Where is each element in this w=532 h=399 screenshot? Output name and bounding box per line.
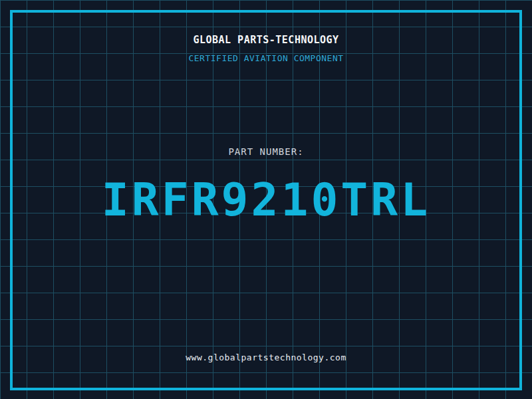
company-name: GLOBAL PARTS-TECHNOLOGY	[0, 34, 532, 46]
part-number-value: IRFR9210TRL	[0, 178, 532, 223]
part-number-label: PART NUMBER:	[0, 146, 532, 157]
certification-subtitle: CERTIFIED AVIATION COMPONENT	[0, 53, 532, 63]
website-url: www.globalpartstechnology.com	[0, 352, 532, 362]
certificate-card: GLOBAL PARTS-TECHNOLOGY CERTIFIED AVIATI…	[0, 0, 532, 399]
